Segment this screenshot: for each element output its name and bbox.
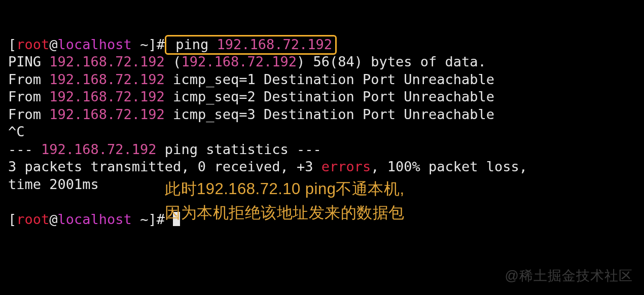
annotation-overlay: 此时192.168.72.10 ping不通本机, 因为本机拒绝该地址发来的数据… [165,177,405,225]
prompt-user: root [16,36,49,52]
ping-summary-1: 3 packets transmitted, 0 received, +3 er… [8,159,527,174]
annotation-line-1: 此时192.168.72.10 ping不通本机, [165,177,405,201]
highlight-box: ping 192.168.72.192 [165,35,337,55]
errors-word: errors [321,159,371,174]
bracket: [ [8,211,16,227]
ping-reply-3: From 192.168.72.192 icmp_seq=3 Destinati… [8,106,494,122]
prompt-line-2: [root@localhost ~]# [8,211,180,227]
text: , 100% packet loss, [371,159,527,174]
ip: 192.168.72.192 [49,54,165,69]
bracket: ] [148,211,156,227]
space [167,36,175,52]
bracket: [ [8,36,16,52]
text: icmp_seq=2 Destination Port Unreachable [165,89,494,104]
ctrl-c: ^C [8,124,25,139]
prompt-line-1: [root@localhost ~]# ping 192.168.72.192 [8,35,337,55]
at-sign: @ [49,36,57,52]
space [208,36,217,52]
annotation-line-2: 因为本机拒绝该地址发来的数据包 [165,201,405,225]
text: --- [8,141,41,157]
text: icmp_seq=1 Destination Port Unreachable [165,71,494,87]
text: PING [8,54,49,69]
prompt-hash: # [157,36,165,52]
ping-reply-1: From 192.168.72.192 icmp_seq=1 Destinati… [8,71,494,87]
text: 3 packets transmitted, 0 received, +3 [8,159,321,174]
cmd-ip: 192.168.72.192 [217,36,332,52]
text: icmp_seq=3 Destination Port Unreachable [165,106,494,122]
ping-header: PING 192.168.72.192 (192.168.72.192) 56(… [8,54,486,69]
text: ping statistics --- [157,141,321,157]
ip: 192.168.72.192 [41,141,157,157]
ping-summary-2: time 2001ms [8,176,99,192]
text: ) 56(84) bytes of data. [297,54,486,69]
ip: 192.168.72.192 [49,106,165,122]
prompt-path: ~ [132,211,149,227]
text: From [8,89,49,104]
ping-stats-header: --- 192.168.72.192 ping statistics --- [8,141,321,157]
prompt-user: root [16,211,49,227]
prompt-path: ~ [132,36,149,52]
prompt-host: localhost [58,211,132,227]
watermark: @稀土掘金技术社区 [505,267,633,285]
ip: 192.168.72.192 [49,89,165,104]
ping-reply-2: From 192.168.72.192 icmp_seq=2 Destinati… [8,89,494,104]
bracket: ] [148,36,156,52]
text: ( [165,54,182,69]
text: From [8,106,49,122]
ip: 192.168.72.192 [49,71,165,87]
at-sign: @ [49,211,57,227]
cmd-ping: ping [175,36,208,52]
text: From [8,71,49,87]
prompt-host: localhost [58,36,132,52]
ip: 192.168.72.192 [181,54,297,69]
